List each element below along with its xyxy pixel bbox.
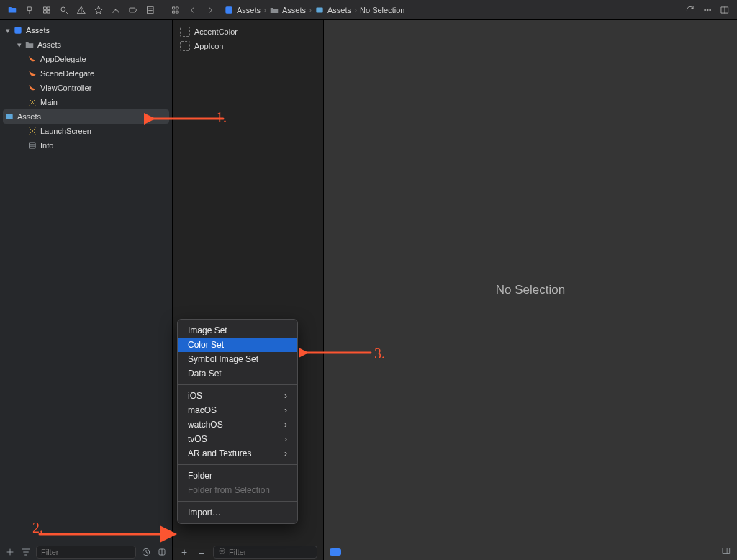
breadcrumb-seg[interactable]: Assets [282,6,306,14]
svg-point-41 [220,548,225,553]
menu-separator [178,501,297,502]
chevron-right-icon: › [263,5,266,15]
hide-inspector-icon[interactable] [721,546,731,558]
folder-icon[interactable] [4,2,20,18]
remove-asset-button[interactable]: – [196,546,207,558]
menu-item-tvos[interactable]: tvOS› [178,432,297,446]
add-asset-button[interactable]: + [178,546,190,558]
row-label: SceneDelegate [40,69,94,78]
asset-row-appicon[interactable]: AppIcon [173,39,323,53]
chevron-right-icon: › [284,405,287,415]
breadcrumb-seg[interactable]: Assets [327,6,351,14]
symbols-icon[interactable] [39,2,55,18]
svg-rect-19 [176,11,178,13]
row-label: AppDelegate [40,55,86,63]
menu-item-folder-from-selection: Folder from Selection [178,483,297,497]
row-label: Info [40,141,53,150]
file-row-launchscreen[interactable]: LaunchScreen [0,124,172,138]
asset-canvas: No Selection [324,20,737,560]
svg-rect-6 [44,10,46,12]
navigator-filter[interactable] [36,546,136,559]
chevron-down-icon[interactable]: ▾ [4,27,12,34]
editor-layout-icon[interactable] [168,2,184,18]
project-root-row[interactable]: ▾ Assets [0,23,172,37]
asset-label: AccentColor [194,27,238,36]
more-icon[interactable] [700,2,715,18]
scm-filter-icon[interactable] [156,546,168,558]
menu-item-image-set[interactable]: Image Set [178,323,297,338]
svg-point-24 [710,9,711,11]
breadcrumb[interactable]: Assets › Assets › Assets › No Selection [224,0,404,20]
asset-catalog-icon [4,112,14,122]
group-row[interactable]: ▾ Assets [0,37,172,52]
navigator-tree[interactable]: ▾ Assets ▾ Assets AppDelegate SceneDeleg… [0,20,172,543]
asset-filter[interactable] [213,546,317,559]
menu-item-folder[interactable]: Folder [178,469,297,483]
chevron-right-icon: › [284,434,287,444]
breakpoints-icon[interactable] [125,2,141,18]
breadcrumb-seg[interactable]: No Selection [360,6,404,14]
file-row-viewcontroller[interactable]: ViewController [0,81,172,95]
menu-item-ios[interactable]: iOS› [178,389,297,403]
menu-separator [178,464,297,465]
menu-item-symbol-image-set[interactable]: Symbol Image Set [178,352,297,366]
reports-icon[interactable] [143,2,158,18]
color-thumb-icon [180,27,190,37]
file-row-main-storyboard[interactable]: Main [0,95,172,109]
menu-item-ar-textures[interactable]: AR and Textures› [178,446,297,461]
row-label: LaunchScreen [40,127,91,135]
row-label: ViewController [40,83,91,92]
row-label: Main [40,98,58,107]
file-row-scenedelegate[interactable]: SceneDelegate [0,66,172,81]
folder-icon [24,40,35,50]
add-icon[interactable] [4,546,16,558]
folder-small-icon [269,5,279,15]
search-icon[interactable] [56,2,72,18]
filter-scope-icon[interactable] [20,546,32,558]
top-toolbar: Assets › Assets › Assets › No Selection [0,0,737,20]
debug-icon[interactable] [108,2,124,18]
nav-forward-icon[interactable] [202,2,218,18]
svg-point-22 [705,9,706,11]
asset-filter-input[interactable] [229,548,312,556]
svg-rect-13 [148,6,153,13]
row-label: Assets [26,26,50,35]
issue-icon[interactable] [73,2,89,18]
file-row-info-plist[interactable]: Info [0,138,172,153]
menu-item-watchos[interactable]: watchOS› [178,417,297,432]
tests-icon[interactable] [91,2,107,18]
nav-back-icon[interactable] [185,2,201,18]
dock-indicator [330,548,341,556]
app-root: Assets › Assets › Assets › No Selection … [0,0,737,560]
breadcrumb-seg[interactable]: Assets [237,6,261,14]
row-label: Assets [37,40,61,49]
asset-row-accentcolor[interactable]: AccentColor [173,24,323,39]
chevron-down-icon[interactable]: ▾ [16,41,23,48]
swift-file-icon [27,83,37,93]
file-row-assets[interactable]: Assets [3,109,169,124]
svg-rect-4 [44,6,46,9]
file-row-appdelegate[interactable]: AppDelegate [0,52,172,66]
svg-rect-27 [14,27,21,33]
assistant-editor-icon[interactable] [717,2,733,18]
menu-item-macos[interactable]: macOS› [178,403,297,417]
appicon-thumb-icon [180,41,190,51]
svg-line-9 [65,11,68,14]
menu-item-color-set[interactable]: Color Set [178,338,297,352]
svg-rect-7 [48,10,50,12]
svg-rect-18 [173,11,175,13]
menu-item-import[interactable]: Import… [178,505,297,520]
swift-file-icon [27,68,37,78]
clock-icon[interactable] [140,546,152,558]
navigator-filter-input[interactable] [41,548,131,556]
menu-separator [178,384,297,385]
refresh-icon[interactable] [682,2,698,18]
source-control-icon[interactable] [22,2,37,18]
empty-state-text: No Selection [496,283,565,297]
chevron-right-icon: › [284,448,287,459]
asset-catalog-small-icon [315,5,325,15]
menu-item-data-set[interactable]: Data Set [178,366,297,381]
svg-rect-21 [316,7,322,12]
asset-footer: + – [173,543,323,560]
row-label: Assets [17,112,41,121]
